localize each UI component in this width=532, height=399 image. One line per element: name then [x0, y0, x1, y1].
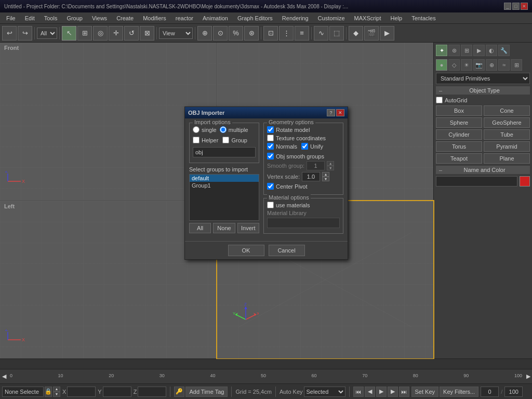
add-time-tag-btn[interactable]: Add Time Tag	[185, 387, 228, 397]
menu-create[interactable]: Create	[112, 14, 138, 22]
create-panel-btn[interactable]: ✦	[436, 45, 447, 56]
plane-btn[interactable]: Plane	[484, 153, 530, 164]
smooth-groups-checkbox[interactable]	[267, 153, 274, 159]
list-item-group1[interactable]: Group1	[190, 182, 259, 189]
select-lasso-btn[interactable]: ◎	[93, 26, 108, 41]
viewport-left[interactable]: Left X Z	[0, 201, 216, 358]
ok-btn[interactable]: OK	[228, 245, 264, 256]
menu-rendering[interactable]: Rendering	[278, 14, 313, 22]
timeline-track[interactable]	[0, 359, 532, 369]
hierarchy-panel-btn[interactable]: ⊞	[461, 45, 472, 56]
tube-btn[interactable]: Tube	[484, 129, 530, 140]
scale-btn[interactable]: ⊠	[140, 26, 154, 41]
redo-btn[interactable]: ↪	[18, 26, 32, 41]
unify-checkbox[interactable]	[301, 143, 308, 150]
schematic-view-btn[interactable]: ⬚	[329, 26, 344, 41]
group-checkbox[interactable]	[222, 137, 229, 143]
category-dropdown[interactable]: Standard Primitives	[436, 73, 530, 84]
vertex-scale-up[interactable]: ▲	[322, 172, 329, 177]
normals-checkbox[interactable]	[267, 143, 274, 150]
x-input[interactable]	[67, 387, 96, 397]
menu-help[interactable]: Help	[387, 14, 407, 22]
next-frame-btn[interactable]: ▶	[388, 387, 398, 397]
shapes-icon-btn[interactable]: ◇	[448, 59, 460, 71]
select-region-btn[interactable]: ⊞	[77, 26, 92, 41]
sphere-btn[interactable]: Sphere	[436, 117, 482, 128]
maximize-btn[interactable]: □	[512, 3, 520, 10]
texture-coords-checkbox[interactable]	[267, 135, 274, 141]
menu-maxscript[interactable]: MAXScript	[350, 14, 385, 22]
color-swatch[interactable]	[520, 176, 530, 187]
geometry-icon-btn[interactable]: ●	[436, 59, 447, 71]
vertex-scale-input[interactable]	[302, 172, 320, 181]
name-color-header[interactable]: – Name and Color	[436, 166, 530, 174]
menu-modifiers[interactable]: Modifiers	[139, 14, 170, 22]
material-editor-btn[interactable]: ◆	[349, 26, 363, 41]
list-item-default[interactable]: default	[190, 175, 259, 182]
set-key-btn[interactable]: Set Key	[411, 387, 439, 397]
all-btn[interactable]: All	[189, 223, 211, 233]
frame-max-input[interactable]	[504, 387, 523, 397]
file-input[interactable]	[193, 147, 256, 157]
display-panel-btn[interactable]: ◐	[486, 45, 497, 56]
invert-btn[interactable]: Invert	[237, 223, 259, 233]
motion-panel-btn[interactable]: ▶	[473, 45, 485, 56]
cone-btn[interactable]: Cone	[484, 105, 530, 116]
box-btn[interactable]: Box	[436, 105, 482, 116]
viewport-front[interactable]: Front X Z	[0, 43, 216, 200]
layer-btn[interactable]: ≡	[295, 26, 309, 41]
timeline-left-arrow[interactable]: ◀	[0, 373, 8, 380]
torus-btn[interactable]: Torus	[436, 141, 482, 152]
geosphere-btn[interactable]: GeoSphere	[484, 117, 530, 128]
curve-editor-btn[interactable]: ∿	[314, 26, 328, 41]
rotate-model-checkbox[interactable]	[267, 126, 274, 133]
play-btn[interactable]: ▶	[376, 387, 387, 397]
key-filters-btn[interactable]: Key Filters...	[440, 387, 478, 397]
cancel-btn[interactable]: Cancel	[269, 245, 305, 256]
helpers-icon-btn[interactable]: ⊕	[486, 59, 497, 71]
menu-tentacles[interactable]: Tentacles	[407, 14, 440, 22]
dialog-close-btn[interactable]: ✕	[336, 109, 344, 116]
viewport-select[interactable]: View	[159, 28, 193, 39]
dialog-help-btn[interactable]: ?	[327, 109, 335, 116]
render-setup-btn[interactable]: 🎬	[364, 26, 379, 41]
cylinder-btn[interactable]: Cylinder	[436, 129, 482, 140]
modify-panel-btn[interactable]: ⊛	[448, 45, 460, 56]
select-up-btn[interactable]: ▲	[53, 387, 60, 392]
timeline-ruler[interactable]: ◀ 0 10 20 30 40 50 60 70 80 90 100 ▶	[0, 369, 532, 383]
smooth-group-input[interactable]	[307, 161, 325, 170]
utilities-panel-btn[interactable]: 🔧	[498, 45, 510, 56]
cameras-icon-btn[interactable]: 📷	[473, 59, 485, 71]
menu-edit[interactable]: Edit	[21, 14, 39, 22]
spinner-snap-btn[interactable]: ⊛	[244, 26, 259, 41]
timeline-right-arrow[interactable]: ▶	[524, 373, 532, 380]
filter-select[interactable]: All	[37, 28, 57, 39]
angle-snap-btn[interactable]: ⊙	[213, 26, 228, 41]
menu-animation[interactable]: Animation	[198, 14, 232, 22]
key-icon-btn[interactable]: 🔑	[174, 387, 184, 397]
single-radio[interactable]	[193, 126, 200, 133]
mat-library-input[interactable]	[267, 218, 340, 228]
autogrid-checkbox[interactable]	[436, 97, 443, 103]
lights-icon-btn[interactable]: ☀	[461, 59, 472, 71]
y-input[interactable]	[103, 387, 131, 397]
none-btn[interactable]: None	[213, 223, 235, 233]
frame-input[interactable]	[481, 387, 499, 397]
pyramid-btn[interactable]: Pyramid	[484, 141, 530, 152]
groups-listbox[interactable]: default Group1	[189, 174, 259, 221]
smooth-group-down[interactable]: ▼	[327, 166, 334, 170]
lock-btn[interactable]: 🔒	[45, 387, 52, 397]
menu-views[interactable]: Views	[88, 14, 111, 22]
helper-checkbox[interactable]	[193, 137, 200, 143]
center-pivot-checkbox[interactable]	[267, 183, 274, 190]
object-type-header[interactable]: – Object Type	[436, 86, 530, 95]
select-down-btn[interactable]: ▼	[53, 392, 60, 397]
percent-snap-btn[interactable]: %	[229, 26, 243, 41]
close-btn[interactable]: ✕	[521, 3, 528, 10]
systems-icon-btn[interactable]: ⊞	[511, 59, 522, 71]
render-btn[interactable]: ▶	[380, 26, 394, 41]
menu-group[interactable]: Group	[62, 14, 87, 22]
vertex-scale-down[interactable]: ▼	[322, 177, 329, 181]
go-end-btn[interactable]: ⏭	[399, 387, 409, 397]
menu-reactor[interactable]: reactor	[171, 14, 197, 22]
